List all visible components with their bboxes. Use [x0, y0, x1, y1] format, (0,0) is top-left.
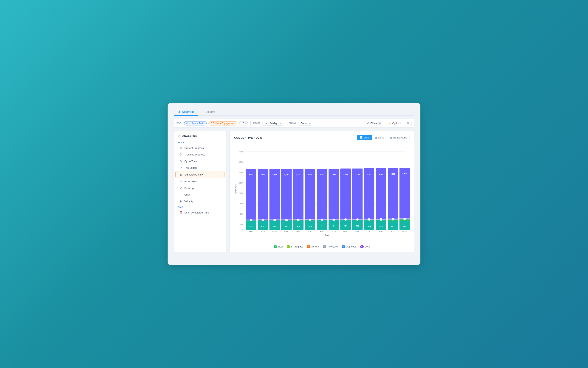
app-container: 📊 Analytics → Exports FOR Compliance Tas… — [167, 103, 421, 265]
svg-text:24/01: 24/01 — [296, 231, 301, 233]
svg-text:21/01: 21/01 — [261, 231, 265, 233]
legend-prioritized-dot: P — [323, 245, 326, 248]
filter-icon: ⚙ — [367, 122, 369, 125]
options-button[interactable]: ⚡ Options — [386, 121, 403, 126]
throughput-icon: ↗ — [179, 166, 183, 169]
sidebar-item-churn[interactable]: + Churn — [175, 191, 225, 198]
svg-text:29/01: 29/01 — [355, 231, 360, 233]
toolbar-separator-1 — [250, 121, 251, 125]
svg-text:476: 476 — [308, 225, 312, 227]
svg-text:467: 467 — [391, 225, 394, 227]
chart-tab-items[interactable]: ▦ Items — [372, 135, 387, 140]
sidebar-item-trending-progress[interactable]: ⏱ Trending Progress — [175, 151, 225, 158]
chart-tab-chart[interactable]: 📊 Chart — [357, 135, 372, 140]
main-layout: 📈 ANALYTICS AGILE ◎ Current Progress ⏱ T… — [174, 131, 414, 252]
section-time: TIME — [174, 205, 226, 209]
svg-text:1,000: 1,000 — [238, 213, 243, 215]
svg-point-128 — [392, 218, 394, 221]
sidebar-item-throughput[interactable]: ↗ Throughput — [175, 165, 225, 171]
svg-text:Date: Date — [325, 234, 329, 236]
chart-area: 4,000 3,500 3,000 2,500 2,000 1,500 1,00… — [234, 144, 410, 243]
svg-text:1,500: 1,500 — [238, 203, 243, 205]
current-progress-icon: ◎ — [179, 146, 183, 150]
sliders-icon: ⊟ — [407, 122, 409, 125]
legend-review: R Review — [307, 245, 319, 248]
exports-icon: → — [201, 110, 204, 113]
svg-text:494: 494 — [344, 225, 347, 227]
sidebar: 📈 ANALYTICS AGILE ◎ Current Progress ⏱ T… — [174, 131, 227, 252]
svg-text:20/01: 20/01 — [249, 231, 253, 233]
analytics-icon: 📊 — [177, 110, 181, 113]
svg-text:3,145: 3,145 — [379, 173, 383, 175]
svg-point-119 — [285, 219, 288, 221]
svg-text:3,000: 3,000 — [238, 172, 243, 174]
user-completed-time-icon: ⏰ — [179, 211, 183, 214]
svg-text:494: 494 — [320, 225, 324, 227]
svg-point-127 — [380, 218, 382, 221]
svg-text:26/01: 26/01 — [320, 231, 324, 233]
svg-point-125 — [356, 218, 359, 221]
sidebar-item-cumulative-flow[interactable]: ▦ Cumulative Flow — [175, 171, 225, 178]
legend-prioritized: P Prioritized — [323, 245, 338, 248]
svg-text:3,125: 3,125 — [296, 174, 301, 176]
svg-text:22/01: 22/01 — [272, 231, 277, 233]
svg-text:3,131: 3,131 — [332, 174, 336, 175]
svg-text:479: 479 — [249, 225, 253, 227]
svg-text:02/02: 02/02 — [403, 231, 407, 233]
churn-icon: + — [179, 193, 183, 196]
svg-text:28/01: 28/01 — [343, 231, 348, 233]
svg-text:27/01: 27/01 — [332, 231, 336, 233]
svg-text:01/02: 01/02 — [391, 231, 395, 233]
settings-button[interactable]: ⊟ — [404, 121, 412, 126]
sidebar-item-user-completed-time[interactable]: ⏰ User Completed Time — [175, 209, 225, 216]
burn-up-icon: ↗ — [179, 186, 183, 190]
filter-tag-compliance[interactable]: Compliance Tasks — [184, 121, 207, 125]
cumulative-flow-icon: ▦ — [179, 173, 183, 176]
svg-point-120 — [297, 219, 299, 221]
chart-legend: N New IP In Progress R Review P Prioriti… — [234, 245, 410, 248]
tab-analytics[interactable]: 📊 Analytics — [174, 108, 198, 116]
svg-text:2,500: 2,500 — [238, 182, 243, 184]
trending-progress-icon: ⏱ — [179, 153, 183, 156]
sidebar-item-cycle-time[interactable]: ⊙ Cycle Time — [175, 158, 225, 164]
svg-text:30/01: 30/01 — [367, 231, 372, 233]
cumulative-flow-chart: 4,000 3,500 3,000 2,500 2,000 1,500 1,00… — [234, 144, 410, 242]
legend-review-dot: R — [307, 245, 310, 248]
legend-in-progress-dot: IP — [287, 245, 290, 248]
filter-more[interactable]: +5 ▾ — [239, 121, 248, 125]
cycle-time-icon: ⊙ — [179, 159, 183, 163]
sidebar-item-burn-up[interactable]: ↗ Burn Up — [175, 185, 225, 191]
show-select[interactable]: Count — [298, 121, 312, 126]
filters-button[interactable]: ⚙ Filters 0 — [365, 121, 384, 126]
filter-tag-division[interactable]: D Division Engagemnets — [209, 121, 237, 125]
svg-text:4,000: 4,000 — [238, 151, 243, 153]
svg-text:Item Count: Item Count — [235, 184, 237, 194]
from-select[interactable]: Last 14 days — [263, 121, 283, 126]
sidebar-item-burn-down[interactable]: ↘ Burn Down — [175, 178, 225, 184]
svg-text:3,500: 3,500 — [238, 161, 243, 163]
svg-point-123 — [333, 219, 335, 221]
svg-text:0: 0 — [243, 229, 244, 231]
for-label: FOR — [176, 122, 182, 125]
show-label: SHOW — [289, 122, 296, 125]
toolbar-separator-2 — [286, 121, 286, 125]
svg-text:23/01: 23/01 — [284, 231, 289, 233]
sidebar-header: 📈 ANALYTICS — [174, 135, 226, 140]
svg-point-121 — [309, 219, 311, 221]
sidebar-item-current-progress[interactable]: ◎ Current Progress — [175, 145, 225, 151]
svg-text:3,121: 3,121 — [284, 174, 289, 176]
from-label: FROM — [253, 122, 260, 125]
svg-text:3,152: 3,152 — [391, 173, 395, 175]
legend-new-dot: N — [274, 245, 277, 248]
svg-text:476: 476 — [285, 225, 288, 227]
tab-exports[interactable]: → Exports — [198, 108, 219, 116]
svg-text:3,162: 3,162 — [403, 173, 407, 175]
svg-text:2,000: 2,000 — [238, 192, 243, 194]
svg-text:3,138: 3,138 — [355, 173, 360, 175]
chart-tab-transactions[interactable]: ▦ Transactions — [387, 135, 410, 140]
velocity-icon: ◉ — [179, 200, 183, 203]
svg-text:3,114: 3,114 — [272, 174, 277, 176]
sidebar-item-velocity[interactable]: ◉ Velocity — [175, 198, 225, 204]
chart-icon: 📊 — [360, 136, 362, 139]
svg-text:476: 476 — [379, 225, 383, 227]
